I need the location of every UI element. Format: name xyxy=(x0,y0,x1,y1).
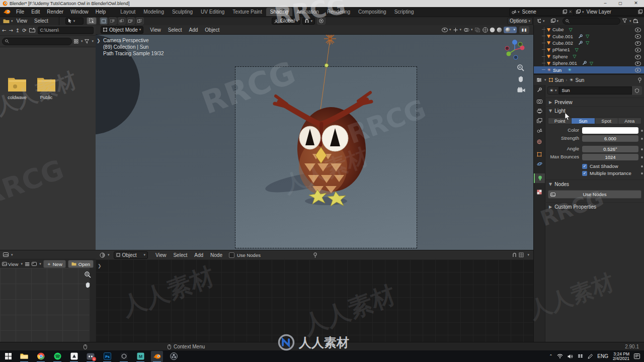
file-search-field[interactable] xyxy=(2,38,72,45)
minimize-button[interactable]: – xyxy=(598,0,613,7)
unlink-scene-icon[interactable]: ✕ xyxy=(569,10,572,14)
taskbar-discord[interactable]: 1 xyxy=(85,351,97,362)
viewport-menu-object[interactable]: Object xyxy=(201,25,223,35)
outliner-row-sphere001[interactable]: ▼ Sphere.001 ▽ xyxy=(534,60,644,66)
tab-render[interactable] xyxy=(534,97,545,106)
taskbar-obs[interactable] xyxy=(168,351,180,362)
tab-animation[interactable]: Animation xyxy=(292,8,323,16)
taskbar-file-explorer[interactable] xyxy=(18,351,30,362)
outliner-row-pplane1[interactable]: ▼ pPlane1 ▽ xyxy=(534,46,644,53)
pin-icon[interactable] xyxy=(637,77,642,83)
file-browser-display-icon[interactable] xyxy=(3,19,10,24)
image-editor-canvas[interactable] xyxy=(0,268,90,342)
active-tool-dropdown[interactable]: ▾ xyxy=(65,18,84,25)
section-light[interactable]: ▼Light xyxy=(545,106,644,115)
overlays-dropdown[interactable]: ▾ xyxy=(464,28,473,32)
toolbar-expand-chevron[interactable]: ❯ xyxy=(97,38,101,43)
hide-eye-icon[interactable] xyxy=(635,28,641,32)
new-folder-button[interactable] xyxy=(29,28,35,33)
section-nodes[interactable]: ▼Nodes xyxy=(545,179,644,188)
new-view-layer-icon[interactable] xyxy=(638,10,642,14)
light-type-spot[interactable]: Spot xyxy=(595,118,618,124)
hide-eye-icon[interactable] xyxy=(635,68,641,72)
hide-eye-icon[interactable] xyxy=(635,48,641,52)
image-pan-hand-icon[interactable] xyxy=(85,282,91,288)
tab-tool[interactable] xyxy=(534,85,545,95)
dropbox-icon[interactable] xyxy=(578,354,583,359)
tray-expand-chevron[interactable]: ⌃ xyxy=(549,354,553,358)
tab-rendering[interactable]: Rendering xyxy=(323,8,354,16)
light-datablock-dropdown[interactable]: ☀▾ xyxy=(547,86,559,95)
tab-object-data-active[interactable] xyxy=(534,173,545,183)
scene-selector[interactable]: ▾ Scene ✕ xyxy=(509,8,575,16)
section-custom-properties[interactable]: ▶Custom Properties xyxy=(545,202,644,211)
select-mode-invert[interactable] xyxy=(127,17,135,25)
angle-field[interactable]: 0.526° xyxy=(582,146,638,152)
viewport-menu-view[interactable]: View xyxy=(146,25,165,35)
close-button[interactable]: ✕ xyxy=(628,0,644,7)
file-path-field[interactable]: C:\Users\ xyxy=(38,27,94,34)
outliner-row-cube001[interactable]: ▼ Cube.001 ▽ xyxy=(534,33,644,39)
pause-render-button[interactable]: ▮▮ xyxy=(519,26,529,34)
proportional-editing-button[interactable] xyxy=(317,17,326,25)
hide-eye-icon[interactable] xyxy=(635,34,641,39)
tab-layout[interactable]: Layout xyxy=(116,8,139,16)
tab-sculpting[interactable]: Sculpting xyxy=(168,8,197,16)
gizmo-dropdown[interactable]: ▾ xyxy=(453,28,461,32)
view-layer-selector[interactable]: ▾ View Layer xyxy=(574,8,644,16)
xray-toggle-icon[interactable] xyxy=(475,28,480,32)
cast-shadow-checkbox[interactable]: ✓ xyxy=(582,164,587,169)
menu-edit[interactable]: Edit xyxy=(28,7,43,17)
light-type-sun[interactable]: Sun xyxy=(572,118,595,124)
multiple-importance-checkbox[interactable]: ✓ xyxy=(582,171,587,176)
hide-eye-icon[interactable] xyxy=(635,61,641,66)
select-mode-set[interactable] xyxy=(100,17,108,25)
pen-tablet-icon[interactable] xyxy=(588,354,593,359)
hide-eye-icon[interactable] xyxy=(635,41,641,46)
tab-shading[interactable]: Shading xyxy=(266,8,293,16)
animate-dot[interactable] xyxy=(641,172,643,174)
viewport-pan-hand-icon[interactable] xyxy=(517,75,524,82)
tab-modeling[interactable]: Modeling xyxy=(139,8,168,16)
maximize-button[interactable]: ▢ xyxy=(613,0,628,7)
snap-target-icon[interactable] xyxy=(519,252,524,257)
section-preview[interactable]: ▶Preview xyxy=(545,98,644,106)
shading-solid-icon[interactable] xyxy=(490,27,495,33)
menu-render[interactable]: Render xyxy=(43,7,67,17)
clock[interactable]: 3:24 PM 2/4/2021 xyxy=(613,352,629,361)
select-mode-extend[interactable] xyxy=(109,17,117,25)
outliner-row-sphere[interactable]: ▼ Sphere ▽ xyxy=(534,53,644,60)
max-bounces-field[interactable]: 1024 xyxy=(582,154,638,160)
animate-dot[interactable] xyxy=(641,165,643,167)
outliner-row-cube[interactable]: ▼ Cube ▽ xyxy=(534,26,644,33)
shading-wireframe-icon[interactable] xyxy=(482,27,488,33)
folder-item-coldwave[interactable]: coldwave xyxy=(4,75,30,100)
shader-menu-select[interactable]: Select xyxy=(170,250,191,260)
notification-center-icon[interactable] xyxy=(634,353,640,359)
animate-dot[interactable] xyxy=(641,148,643,150)
hamburger-menu-icon[interactable] xyxy=(25,262,30,266)
light-type-area[interactable]: Area xyxy=(618,118,641,124)
start-button[interactable] xyxy=(2,351,14,362)
outliner-filter-dropdown[interactable]: ▾ xyxy=(622,19,631,23)
select-mode-intersect[interactable] xyxy=(136,17,144,25)
nav-up-button[interactable]: ↥ xyxy=(16,28,20,33)
tab-texture[interactable] xyxy=(534,187,545,197)
shading-rendered-active[interactable]: ▾ xyxy=(504,27,517,33)
shader-menu-add[interactable]: Add xyxy=(191,250,207,260)
taskbar-photoshop[interactable]: Ps xyxy=(101,351,113,362)
tab-view-layer[interactable] xyxy=(534,116,545,125)
shader-node-canvas[interactable] xyxy=(96,259,533,342)
taskbar-unity[interactable] xyxy=(118,351,130,362)
select-box-tool-button[interactable] xyxy=(87,17,97,25)
tab-scene[interactable] xyxy=(534,125,545,135)
outliner-row-sun-selected[interactable]: ☀ Sun ☀ xyxy=(534,66,644,73)
file-filter-dropdown[interactable]: ▾ xyxy=(85,39,94,44)
viewport-camera-icon[interactable] xyxy=(517,87,525,93)
shader-menu-node[interactable]: Node xyxy=(207,250,226,260)
folder-item-public[interactable]: Public xyxy=(33,75,59,100)
viewport-3d[interactable]: Object Mode ▾ View Select Add Object ▾ ▾… xyxy=(96,25,533,250)
taskbar-maya[interactable]: M xyxy=(134,351,146,362)
image-zoom-icon[interactable] xyxy=(85,272,91,278)
wifi-icon[interactable] xyxy=(557,354,563,358)
